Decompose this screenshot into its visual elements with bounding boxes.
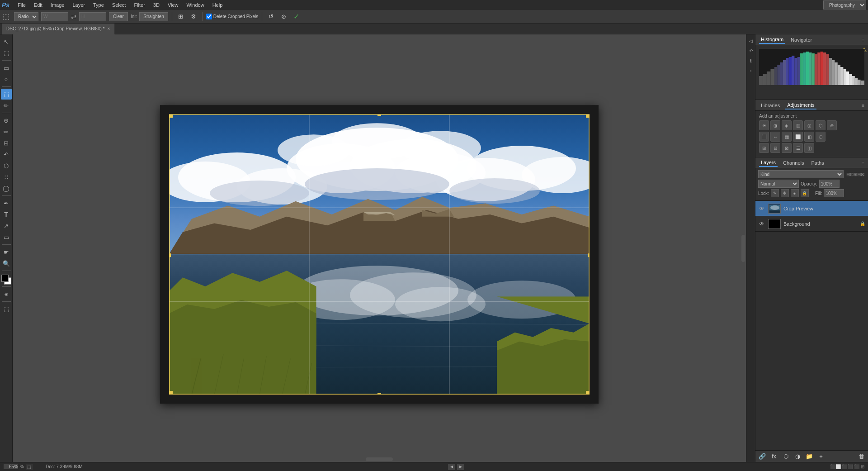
- artboard-tool-btn[interactable]: ⬚: [1, 48, 12, 58]
- workspace-selector[interactable]: Photography: [823, 0, 866, 10]
- swap-icon[interactable]: ⇄: [71, 13, 76, 20]
- add-mask-btn[interactable]: ⬡: [781, 452, 791, 461]
- channelmix-adj-icon[interactable]: ↔: [770, 132, 780, 142]
- panel-collapse-btn[interactable]: ◁: [747, 36, 755, 45]
- eraser-tool-btn[interactable]: ⬡: [1, 160, 12, 171]
- screen-mode-btn[interactable]: ⬚: [1, 304, 12, 314]
- hsl-adj-icon[interactable]: ⬡: [816, 120, 826, 130]
- panel-history-btn[interactable]: ↶: [747, 46, 755, 55]
- adjustments-panel-close[interactable]: ≡: [862, 103, 864, 108]
- settings-button[interactable]: ⚙: [189, 12, 198, 22]
- path-select-btn[interactable]: ↗: [1, 220, 12, 231]
- layers-kind-select[interactable]: Kind: [758, 170, 844, 178]
- move-tool-btn[interactable]: ↖: [1, 36, 12, 47]
- add-style-btn[interactable]: fx: [769, 452, 779, 461]
- link-layers-btn[interactable]: 🔗: [757, 452, 767, 461]
- histogram-panel-close[interactable]: ≡: [862, 37, 864, 43]
- fill-input[interactable]: 100%: [824, 189, 844, 197]
- menu-select[interactable]: Select: [108, 1, 130, 9]
- menu-window[interactable]: Window: [183, 1, 208, 9]
- histogram-tab[interactable]: Histogram: [759, 36, 785, 44]
- vibrance-adj-icon[interactable]: ◎: [804, 120, 814, 130]
- quick-mask-btn[interactable]: ◉: [1, 289, 12, 300]
- clear-button[interactable]: Clear: [109, 12, 128, 21]
- menu-layer[interactable]: Layer: [69, 1, 89, 9]
- height-input[interactable]: [79, 12, 106, 21]
- invert-adj-icon[interactable]: ⬜: [793, 132, 803, 142]
- zoom-input[interactable]: [4, 464, 18, 469]
- lock-pixels-icon[interactable]: ✎: [771, 189, 779, 197]
- menu-3d[interactable]: 3D: [150, 1, 163, 9]
- navigator-tab[interactable]: Navigator: [789, 36, 814, 43]
- history-btn[interactable]: ↶: [1, 149, 12, 160]
- channels-tab[interactable]: Channels: [781, 159, 806, 167]
- brightness-adj-icon[interactable]: ☀: [759, 120, 769, 130]
- levels-adj-icon[interactable]: ◑: [770, 120, 780, 130]
- colorbalance-adj-icon[interactable]: ⊕: [827, 120, 837, 130]
- opacity-input[interactable]: 100%: [819, 180, 840, 188]
- threshold-adj-icon[interactable]: ⬡: [816, 132, 826, 142]
- gradient-adj-icon[interactable]: ⊟: [770, 143, 780, 153]
- healing-tool-btn[interactable]: ⊕: [1, 115, 12, 126]
- new-adj-btn[interactable]: ◑: [793, 452, 802, 461]
- color-picker[interactable]: [1, 275, 11, 285]
- hand-tool-btn[interactable]: ☛: [1, 247, 12, 257]
- exposure-adj-icon[interactable]: ▨: [793, 120, 803, 130]
- fit-screen-btn[interactable]: ⬚: [26, 464, 33, 470]
- lock-all-icon[interactable]: 🔒: [801, 189, 809, 197]
- delete-layer-btn[interactable]: 🗑: [856, 452, 866, 461]
- brush-tool-btn[interactable]: ✏: [1, 126, 12, 137]
- layers-tab[interactable]: Layers: [759, 159, 778, 167]
- selectcolor-adj-icon[interactable]: ⊞: [759, 143, 769, 153]
- layer-item-crop-preview[interactable]: 👁 Crop Preview: [755, 201, 868, 216]
- gradient-tool-btn[interactable]: ∷: [1, 171, 12, 182]
- adjustments-tab[interactable]: Adjustments: [785, 101, 816, 109]
- panel-extra-btn[interactable]: ▫: [747, 66, 755, 75]
- delete-cropped-label[interactable]: Delete Cropped Pixels: [206, 14, 259, 19]
- shape-tool-btn[interactable]: ▭: [1, 232, 12, 243]
- foreground-color[interactable]: [1, 275, 9, 282]
- commit-button[interactable]: ✓: [291, 12, 301, 22]
- doc-tab-close[interactable]: ×: [107, 26, 110, 31]
- pen-tool-btn[interactable]: ✒: [1, 198, 12, 209]
- lock-artboard-icon[interactable]: ◈: [791, 189, 799, 197]
- posterize-adj-icon[interactable]: ◧: [804, 132, 814, 142]
- type-tool-btn[interactable]: T: [1, 209, 12, 220]
- menu-help[interactable]: Help: [209, 1, 226, 9]
- lock-position-icon[interactable]: ✤: [781, 189, 789, 197]
- layer-item-background[interactable]: 👁 Background 🔒: [755, 216, 868, 232]
- rotate-button[interactable]: ↺: [266, 12, 276, 22]
- lasso-tool-btn[interactable]: ○: [1, 74, 12, 85]
- crop-tool-btn[interactable]: ⬚: [1, 89, 12, 100]
- menu-image[interactable]: Image: [47, 1, 68, 9]
- panel-info-btn[interactable]: ℹ: [747, 56, 755, 65]
- menu-type[interactable]: Type: [90, 1, 108, 9]
- delete-cropped-checkbox[interactable]: [206, 14, 212, 19]
- nav-prev-btn[interactable]: ◀: [448, 464, 455, 470]
- straighten-button[interactable]: Straighten: [139, 12, 168, 21]
- menu-edit[interactable]: Edit: [30, 1, 46, 9]
- blend-mode-select[interactable]: Normal: [758, 180, 799, 188]
- ratio-select[interactable]: Ratio: [14, 12, 38, 21]
- new-layer-btn[interactable]: +: [816, 452, 826, 461]
- new-group-btn[interactable]: 📁: [804, 452, 814, 461]
- canvas-area[interactable]: [13, 34, 746, 462]
- vertical-scrollbar[interactable]: [741, 235, 745, 262]
- nav-next-btn[interactable]: ▶: [457, 464, 464, 470]
- menu-file[interactable]: File: [14, 1, 29, 9]
- solidcolor-adj-icon[interactable]: ⊠: [782, 143, 792, 153]
- colllookup-adj-icon[interactable]: ▦: [782, 132, 792, 142]
- grid-button[interactable]: ⊞: [176, 12, 186, 22]
- pattern-adj-icon[interactable]: ☰: [793, 143, 803, 153]
- layer-visibility-1[interactable]: 👁: [758, 205, 765, 212]
- photofilter-adj-icon[interactable]: ◫: [804, 143, 814, 153]
- bw-adj-icon[interactable]: ⬛: [759, 132, 769, 142]
- menu-filter[interactable]: Filter: [130, 1, 148, 9]
- libraries-tab[interactable]: Libraries: [759, 102, 782, 109]
- curves-adj-icon[interactable]: ◈: [782, 120, 792, 130]
- marquee-tool-btn[interactable]: ▭: [1, 62, 12, 73]
- cancel-button[interactable]: ⊘: [278, 12, 288, 22]
- dodge-tool-btn[interactable]: ◯: [1, 183, 12, 194]
- paths-tab[interactable]: Paths: [810, 159, 826, 167]
- eyedropper-tool-btn[interactable]: ✏: [1, 100, 12, 111]
